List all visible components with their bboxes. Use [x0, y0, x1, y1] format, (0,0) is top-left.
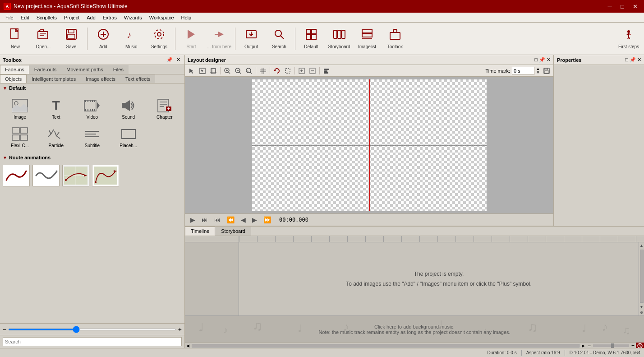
- open-button[interactable]: Open...: [30, 25, 57, 53]
- tab-fadeins[interactable]: Fade-ins: [0, 65, 29, 74]
- lt-zoomout-btn[interactable]: [233, 66, 243, 75]
- lt-removerow-btn[interactable]: [308, 66, 317, 75]
- h-scroll-track[interactable]: [192, 344, 580, 348]
- obj-image[interactable]: Image: [3, 95, 37, 122]
- save-button[interactable]: Save: [58, 25, 85, 53]
- route-item-1[interactable]: [3, 165, 30, 186]
- menu-project[interactable]: Project: [60, 14, 83, 21]
- toolbox-search-input[interactable]: [3, 337, 182, 346]
- menu-wizards[interactable]: Wizards: [120, 14, 146, 21]
- section-default-header[interactable]: ▼ Default: [0, 83, 184, 93]
- subtab-imageeffects[interactable]: Image effects: [81, 74, 120, 83]
- obj-particle[interactable]: Particle: [39, 124, 73, 150]
- scrollbar-up-button[interactable]: ▲: [639, 243, 644, 248]
- fromhere-button[interactable]: ... from here: [206, 25, 233, 53]
- properties-close-button[interactable]: ✕: [637, 57, 641, 63]
- firststeps-button[interactable]: First steps: [615, 25, 642, 53]
- h-scroll-right[interactable]: ▶: [580, 343, 586, 348]
- lt-addrow-btn[interactable]: [297, 66, 307, 75]
- music-button[interactable]: ♪ Music: [118, 25, 145, 53]
- lt-zoomin-btn[interactable]: [222, 66, 232, 75]
- layout-designer-close-button[interactable]: ✕: [547, 57, 551, 63]
- layout-designer-restore-button[interactable]: □: [534, 57, 538, 63]
- scrollbar-down-button[interactable]: ▼: [639, 305, 644, 309]
- title-bar-controls[interactable]: ─ □ ✕: [604, 2, 640, 10]
- play-button[interactable]: ▶: [189, 215, 197, 224]
- obj-flexic[interactable]: Flexi-C...: [3, 124, 37, 150]
- zoom-handle[interactable]: [611, 343, 614, 348]
- route-item-3[interactable]: [62, 165, 89, 186]
- new-button[interactable]: New: [2, 25, 29, 53]
- menu-workspace[interactable]: Workspace: [146, 14, 178, 21]
- zoom-out-btn[interactable]: −: [586, 343, 592, 348]
- timemark-down[interactable]: ▼: [536, 71, 540, 74]
- zoom-in-btn[interactable]: +: [630, 343, 636, 348]
- h-scroll-left[interactable]: ◀: [185, 343, 191, 348]
- menu-add[interactable]: Add: [83, 14, 99, 21]
- menu-extras[interactable]: Extras: [99, 14, 120, 21]
- lt-fit-btn[interactable]: [283, 66, 293, 75]
- route-item-2[interactable]: [32, 165, 60, 186]
- next-slide-button[interactable]: ⏩: [262, 215, 273, 224]
- tab-movementpaths[interactable]: Movement paths: [61, 65, 108, 74]
- subtab-objects[interactable]: Objects: [0, 74, 27, 83]
- add-button[interactable]: Add: [90, 25, 117, 53]
- obj-sound[interactable]: Sound: [111, 95, 146, 122]
- imagelist-button[interactable]: Imagelist: [354, 25, 381, 53]
- lt-save-btn[interactable]: [542, 66, 552, 75]
- minimize-button[interactable]: ─: [604, 2, 615, 10]
- prev-frame-button[interactable]: ◀: [239, 215, 248, 224]
- prev-slide-button[interactable]: ⏪: [225, 215, 236, 224]
- toolbox-pin-button[interactable]: 📌: [165, 56, 174, 63]
- menu-file[interactable]: File: [2, 14, 17, 21]
- toolbox-button[interactable]: Toolbox: [382, 25, 409, 53]
- menu-help[interactable]: Help: [178, 14, 195, 21]
- tab-timeline[interactable]: Timeline: [185, 227, 215, 236]
- zoom-slider[interactable]: [8, 329, 176, 330]
- firststeps-label: First steps: [618, 44, 639, 50]
- subtab-intelligenttemplates[interactable]: Intelligent templates: [27, 74, 81, 83]
- next-frame-button[interactable]: ▶: [250, 215, 259, 224]
- lt-zoom1-btn[interactable]: 1: [244, 66, 254, 75]
- lt-select-btn[interactable]: [187, 66, 197, 75]
- lt-align-btn[interactable]: [322, 66, 331, 75]
- zoom-minus-icon[interactable]: −: [3, 326, 6, 333]
- section-routes-header[interactable]: ▼ Route animations: [0, 153, 184, 162]
- obj-chapter[interactable]: Chapter: [147, 95, 182, 122]
- obj-text[interactable]: T Text: [39, 95, 73, 122]
- tab-fadeouts[interactable]: Fade-outs: [29, 65, 62, 74]
- settings-button[interactable]: Settings: [146, 25, 173, 53]
- default-button[interactable]: Default: [298, 25, 325, 53]
- scrollbar-track[interactable]: [640, 250, 644, 303]
- music-track[interactable]: ♩ ♪ ♫ ♩ ♪ ♫ ♩ ♪ ♫ ♩ ♪ ♫ Click here to ad…: [185, 315, 644, 343]
- obj-subtitle[interactable]: Subtitle: [75, 124, 109, 150]
- lt-rotate-btn[interactable]: [272, 66, 282, 75]
- subtab-texteffects[interactable]: Text effects: [120, 74, 155, 83]
- rewind-button[interactable]: ⏮: [212, 215, 222, 224]
- properties-restore-button[interactable]: □: [625, 57, 628, 63]
- timemark-input[interactable]: [512, 67, 534, 75]
- properties-pin-button[interactable]: 📌: [630, 57, 636, 63]
- svg-rect-26: [334, 30, 337, 38]
- layout-designer-pin-button[interactable]: 📌: [539, 57, 545, 63]
- tab-files[interactable]: Files: [108, 65, 129, 74]
- obj-placeholder[interactable]: Placeh...: [111, 124, 146, 150]
- menu-edit[interactable]: Edit: [17, 14, 33, 21]
- lt-select2-btn[interactable]: [198, 66, 207, 75]
- step-forward-button[interactable]: ⏭: [200, 215, 210, 224]
- start-button[interactable]: Start: [178, 25, 205, 53]
- zoom-plus-icon[interactable]: +: [178, 326, 182, 333]
- lt-crop-btn[interactable]: [208, 66, 218, 75]
- lt-grid-btn[interactable]: [258, 66, 268, 75]
- route-item-4[interactable]: [92, 165, 119, 186]
- search-button[interactable]: Search: [266, 25, 293, 53]
- menu-scriptlets[interactable]: Scriptlets: [33, 14, 60, 21]
- toolbox-close-button[interactable]: ✕: [175, 56, 182, 63]
- maximize-button[interactable]: □: [617, 2, 628, 10]
- tab-storyboard[interactable]: Storyboard: [215, 227, 251, 236]
- obj-video[interactable]: Video: [75, 95, 109, 122]
- output-button[interactable]: Output: [238, 25, 265, 53]
- scrollbar-settings-button[interactable]: ⚙: [639, 310, 644, 315]
- storyboard-button[interactable]: Storyboard: [326, 25, 353, 53]
- close-button[interactable]: ✕: [630, 2, 640, 10]
